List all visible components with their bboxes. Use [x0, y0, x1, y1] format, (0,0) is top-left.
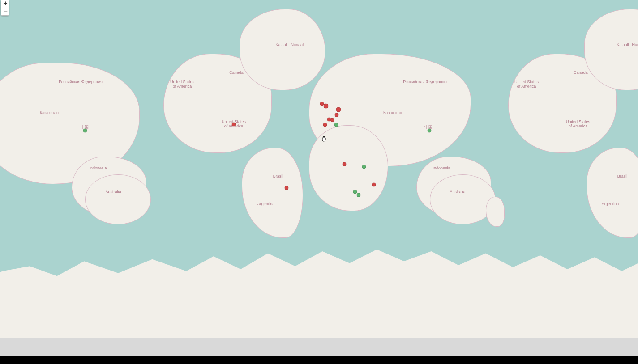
landmass [240, 9, 325, 90]
landmass [309, 125, 388, 211]
landmass [430, 174, 496, 224]
map-marker[interactable] [362, 165, 366, 169]
map-marker[interactable] [330, 118, 334, 122]
map-marker[interactable] [285, 186, 289, 190]
landmass [85, 174, 151, 224]
zoom-out-button[interactable]: − [1, 8, 9, 16]
map-marker[interactable] [372, 183, 376, 187]
map-marker[interactable] [323, 123, 327, 127]
map-marker[interactable] [232, 123, 236, 127]
map-marker[interactable] [336, 107, 341, 112]
landmass [486, 197, 505, 227]
map-marker[interactable] [428, 129, 432, 133]
map-marker[interactable] [343, 162, 347, 166]
map-marker[interactable] [324, 104, 329, 109]
map-marker[interactable] [357, 193, 361, 197]
map-marker[interactable] [335, 113, 339, 117]
map-marker[interactable] [334, 123, 338, 127]
footer-bar [0, 356, 638, 364]
below-map-strip [0, 338, 638, 356]
map-viewport[interactable]: Российская ФедерацияКазахстан中国Indonesia… [0, 0, 638, 364]
zoom-control: + − [1, 0, 9, 16]
map-marker[interactable] [83, 129, 87, 133]
map-marker[interactable] [353, 190, 357, 194]
map-surface[interactable]: Российская ФедерацияКазахстан中国Indonesia… [0, 0, 638, 338]
